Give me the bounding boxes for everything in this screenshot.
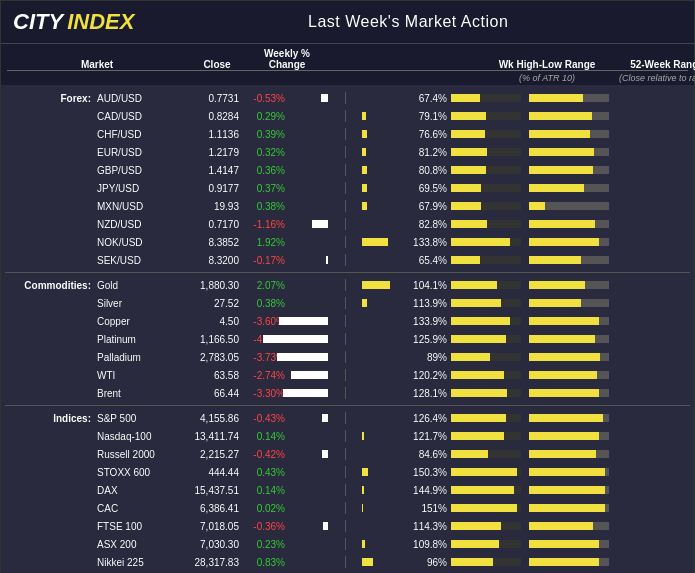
atr-bar-container [451, 389, 521, 397]
wk52-bar-fill [529, 486, 605, 494]
atr-bar-fill [451, 389, 507, 397]
pct-change-label: 0.14% [247, 485, 285, 496]
atr-cell: 133.9% [405, 316, 525, 327]
wk52-cell [525, 414, 645, 422]
col-weekly-sub [247, 73, 327, 83]
logo-index: INDEX [67, 9, 134, 35]
bar-fill [322, 450, 328, 458]
pct-change-label: 0.29% [247, 111, 285, 122]
weekly-change-cell: -3.30% [245, 387, 405, 399]
close-value: 4,155.86 [185, 413, 245, 424]
bar-fill [312, 220, 328, 228]
bar-fill [362, 281, 390, 289]
weekly-bar [287, 254, 403, 266]
atr-bar-container [451, 371, 521, 379]
market-name: EUR/USD [95, 147, 185, 158]
bar-fill [279, 317, 328, 325]
weekly-bar [287, 387, 403, 399]
section-divider [5, 272, 690, 273]
wk52-cell [525, 238, 645, 246]
atr-cell: 125.9% [405, 334, 525, 345]
wk52-cell [525, 468, 645, 476]
wk52-bar-outer [529, 389, 609, 397]
table-row: ASX 2007,030.300.23%109.8% [5, 535, 690, 553]
wk52-cell [525, 353, 645, 361]
bar-center-line [345, 128, 346, 140]
atr-pct-label: 89% [409, 352, 447, 363]
bar-center-line [345, 538, 346, 550]
atr-bar-fill [451, 522, 501, 530]
wk52-cell [525, 486, 645, 494]
atr-pct-label: 65.4% [409, 255, 447, 266]
page-title: Last Week's Market Action [134, 13, 682, 31]
weekly-bar [287, 200, 403, 212]
atr-bar-container [451, 468, 521, 476]
table-row: WTI63.58-2.74%120.2% [5, 366, 690, 384]
bar-fill [362, 202, 367, 210]
atr-bar-container [451, 522, 521, 530]
pct-change-label: -0.53% [247, 93, 285, 104]
market-name: SEK/USD [95, 255, 185, 266]
weekly-bar [287, 279, 403, 291]
weekly-bar [287, 297, 403, 309]
atr-pct-label: 81.2% [409, 147, 447, 158]
close-value: 7,030.30 [185, 539, 245, 550]
wk52-bar-fill [529, 238, 599, 246]
weekly-bar [287, 520, 403, 532]
bar-center-line [345, 387, 346, 399]
weekly-change-cell: -4.78% [245, 333, 405, 345]
weekly-change-cell: 0.43% [245, 466, 405, 478]
atr-cell: 120.2% [405, 370, 525, 381]
table-row: CHF/USD1.11360.39%76.6% [5, 125, 690, 143]
wk52-cell [525, 166, 645, 174]
table-row: Indices:S&P 5004,155.86-0.43%126.4% [5, 409, 690, 427]
atr-cell: 82.8% [405, 219, 525, 230]
market-name: DAX [95, 485, 185, 496]
pct-change-label: 0.23% [247, 539, 285, 550]
weekly-change-cell: 0.02% [245, 502, 405, 514]
bar-center-line [345, 164, 346, 176]
logo-city: CITY [13, 9, 63, 35]
atr-cell: 69.5% [405, 183, 525, 194]
col-close: Close [187, 59, 247, 70]
bar-fill [362, 130, 367, 138]
table-row: Brent66.44-3.30%128.1% [5, 384, 690, 402]
category-label: Forex: [5, 93, 95, 104]
weekly-bar [287, 351, 403, 363]
atr-bar-fill [451, 414, 506, 422]
weekly-bar [287, 538, 403, 550]
bar-center-line [345, 254, 346, 266]
atr-bar-fill [451, 317, 510, 325]
logo: CITY INDEX [13, 9, 134, 35]
table-row: Platinum1,166.50-4.78%125.9% [5, 330, 690, 348]
weekly-change-cell: -1.16% [245, 218, 405, 230]
close-value: 19.93 [185, 201, 245, 212]
atr-cell: 80.8% [405, 165, 525, 176]
atr-pct-label: 67.9% [409, 201, 447, 212]
weekly-change-cell: -0.53% [245, 92, 405, 104]
atr-bar-fill [451, 468, 517, 476]
wk52-bar-outer [529, 238, 609, 246]
close-value: 4.50 [185, 316, 245, 327]
atr-pct-label: 125.9% [409, 334, 447, 345]
bar-fill [362, 238, 388, 246]
atr-cell: 126.4% [405, 413, 525, 424]
close-value: 1.1136 [185, 129, 245, 140]
atr-cell: 96% [405, 557, 525, 568]
bar-fill [263, 335, 328, 343]
weekly-change-cell: 0.29% [245, 110, 405, 122]
table-row: DAX15,437.510.14%144.9% [5, 481, 690, 499]
atr-bar-fill [451, 299, 501, 307]
market-name: Copper [95, 316, 185, 327]
bar-fill [322, 414, 328, 422]
atr-cell: 104.1% [405, 280, 525, 291]
col-52wk: 52-Week Range [607, 59, 695, 70]
wk52-bar-fill [529, 202, 545, 210]
weekly-change-cell: -3.73% [245, 351, 405, 363]
bar-center-line [345, 448, 346, 460]
wk52-cell [525, 389, 645, 397]
pct-change-label: 0.43% [247, 467, 285, 478]
weekly-bar [287, 430, 403, 442]
bar-fill [277, 353, 328, 361]
market-name: Palladium [95, 352, 185, 363]
